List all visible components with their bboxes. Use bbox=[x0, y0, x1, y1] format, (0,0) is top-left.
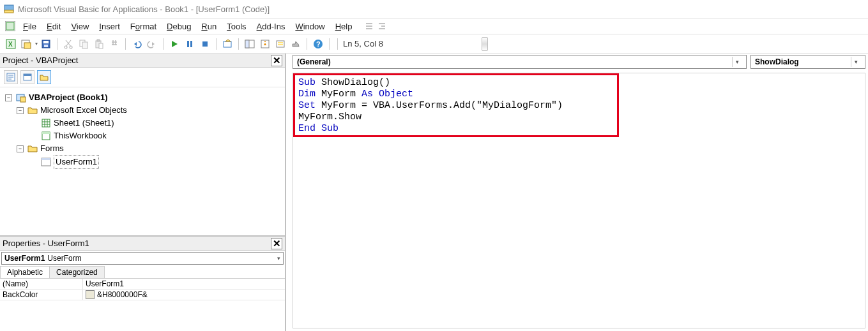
cut-icon[interactable] bbox=[61, 37, 75, 51]
chevron-down-icon[interactable]: ▾ bbox=[732, 57, 742, 67]
properties-panel-title: Properties - UserForm1 bbox=[3, 239, 89, 248]
view-code-icon[interactable] bbox=[4, 70, 18, 84]
properties-grid[interactable]: (Name) UserForm1 BackColor &H8000000F& bbox=[0, 279, 285, 331]
main-area: Project - VBAProject ✕ − VBAProject bbox=[0, 54, 868, 331]
tree-item-thisworkbook[interactable]: ThisWorkbook bbox=[54, 129, 107, 142]
close-icon[interactable]: ✕ bbox=[271, 238, 282, 249]
menu-run[interactable]: Run bbox=[196, 20, 222, 33]
properties-object-name: UserForm1 bbox=[4, 254, 45, 263]
menu-view[interactable]: View bbox=[66, 20, 94, 33]
property-value[interactable]: &H8000000F& bbox=[83, 290, 285, 300]
svg-rect-29 bbox=[187, 41, 189, 47]
chevron-down-icon[interactable]: ▾ bbox=[851, 57, 861, 67]
svg-rect-51 bbox=[42, 119, 50, 127]
separator bbox=[125, 38, 126, 50]
collapse-icon[interactable]: − bbox=[5, 94, 12, 101]
save-icon[interactable] bbox=[39, 37, 53, 51]
undo-icon[interactable] bbox=[130, 37, 144, 51]
svg-marker-28 bbox=[172, 41, 178, 47]
tree-folder-excel-objects[interactable]: Microsoft Excel Objects bbox=[40, 104, 127, 117]
menu-window[interactable]: Window bbox=[290, 20, 330, 33]
help-icon[interactable]: ? bbox=[311, 37, 325, 51]
separator bbox=[307, 38, 307, 50]
folder-icon bbox=[27, 143, 38, 154]
project-panel-toolbar bbox=[0, 68, 285, 87]
property-value-text: &H8000000F& bbox=[97, 290, 148, 299]
menu-debug[interactable]: Debug bbox=[162, 20, 196, 33]
copy-icon[interactable] bbox=[77, 37, 91, 51]
tree-folder-forms[interactable]: Forms bbox=[40, 142, 64, 155]
menu-tools[interactable]: Tools bbox=[222, 20, 251, 33]
insert-module-icon[interactable] bbox=[19, 37, 33, 51]
userform-icon bbox=[41, 157, 51, 167]
project-tree[interactable]: − VBAProject (Book1) − Microsoft Excel O… bbox=[0, 87, 285, 235]
properties-object-dropdown[interactable]: UserForm1 UserForm ▾ bbox=[0, 251, 285, 266]
insert-dropdown-icon[interactable]: ▾ bbox=[34, 41, 38, 47]
properties-window-icon[interactable] bbox=[258, 37, 272, 51]
excel-icon[interactable] bbox=[4, 20, 17, 33]
redo-icon[interactable] bbox=[145, 37, 159, 51]
menu-file[interactable]: File bbox=[18, 20, 42, 33]
vba-project-icon bbox=[16, 92, 26, 103]
run-icon[interactable] bbox=[167, 37, 181, 51]
toolbar: X ▾ bbox=[0, 34, 868, 54]
svg-rect-25 bbox=[99, 43, 103, 48]
toolbar-gripper[interactable] bbox=[482, 37, 488, 51]
project-root[interactable]: VBAProject (Book1) bbox=[29, 91, 108, 104]
collapse-icon[interactable]: − bbox=[17, 107, 24, 114]
menu-addins[interactable]: Add-Ins bbox=[252, 20, 291, 33]
close-icon[interactable]: ✕ bbox=[271, 55, 282, 66]
property-name: BackColor bbox=[0, 290, 83, 300]
design-mode-icon[interactable] bbox=[220, 37, 234, 51]
tree-item-userform1[interactable]: UserForm1 bbox=[54, 155, 99, 169]
tab-alphabetic[interactable]: Alphabetic bbox=[0, 266, 50, 278]
svg-marker-33 bbox=[225, 40, 231, 41]
indent-icon[interactable] bbox=[376, 20, 389, 33]
svg-rect-15 bbox=[43, 41, 49, 43]
property-row[interactable]: (Name) UserForm1 bbox=[0, 279, 285, 290]
view-excel-icon[interactable]: X bbox=[4, 37, 18, 51]
property-value[interactable]: UserForm1 bbox=[83, 279, 285, 289]
property-row[interactable]: BackColor &H8000000F& bbox=[0, 290, 285, 300]
collapse-icon[interactable]: − bbox=[17, 145, 24, 152]
object-dropdown[interactable]: (General) ▾ bbox=[293, 55, 747, 69]
svg-rect-13 bbox=[24, 43, 31, 48]
menu-edit[interactable]: Edit bbox=[42, 20, 66, 33]
project-explorer-panel: Project - VBAProject ✕ − VBAProject bbox=[0, 54, 285, 235]
svg-rect-39 bbox=[278, 42, 283, 43]
reset-icon[interactable] bbox=[198, 37, 212, 51]
project-panel-title: Project - VBAProject bbox=[3, 55, 79, 65]
separator bbox=[329, 38, 330, 50]
outdent-icon[interactable] bbox=[362, 20, 375, 33]
tab-categorized[interactable]: Categorized bbox=[49, 266, 105, 278]
svg-rect-59 bbox=[42, 158, 50, 160]
svg-point-37 bbox=[264, 41, 266, 42]
separator bbox=[216, 38, 217, 50]
menu-format[interactable]: Format bbox=[125, 20, 162, 33]
code-text[interactable]: Sub ShowDialog() Dim MyForm As Object Se… bbox=[293, 73, 865, 138]
svg-rect-48 bbox=[24, 74, 31, 76]
code-dropdown-bar: (General) ▾ ShowDialog ▾ bbox=[286, 54, 868, 70]
chevron-down-icon[interactable]: ▾ bbox=[277, 255, 280, 261]
break-icon[interactable] bbox=[183, 37, 197, 51]
procedure-dropdown[interactable]: ShowDialog ▾ bbox=[750, 55, 865, 69]
paste-icon[interactable] bbox=[92, 37, 106, 51]
toolbox-icon[interactable] bbox=[289, 37, 303, 51]
property-name: (Name) bbox=[0, 279, 83, 289]
toggle-folders-icon[interactable] bbox=[37, 70, 51, 84]
tree-item-sheet1[interactable]: Sheet1 (Sheet1) bbox=[54, 117, 114, 129]
properties-tabs: Alphabetic Categorized bbox=[0, 266, 285, 279]
object-browser-icon[interactable] bbox=[273, 37, 287, 51]
separator bbox=[238, 38, 239, 50]
menu-help[interactable]: Help bbox=[330, 20, 358, 33]
menu-insert[interactable]: Insert bbox=[94, 20, 125, 33]
view-object-icon[interactable] bbox=[20, 70, 34, 84]
svg-rect-1 bbox=[4, 10, 13, 13]
code-editor[interactable]: Sub ShowDialog() Dim MyForm As Object Se… bbox=[293, 73, 865, 328]
folder-icon bbox=[27, 105, 38, 115]
svg-point-19 bbox=[65, 46, 67, 48]
project-explorer-icon[interactable] bbox=[243, 37, 257, 51]
find-icon[interactable] bbox=[107, 37, 121, 51]
project-panel-header: Project - VBAProject ✕ bbox=[0, 54, 285, 68]
svg-rect-24 bbox=[97, 40, 100, 41]
